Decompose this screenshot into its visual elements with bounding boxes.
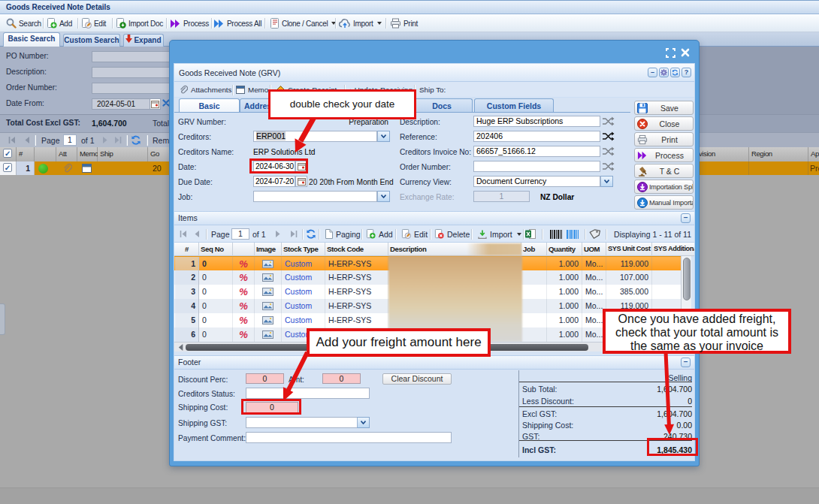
grid-header-checkbox[interactable]: ✓ xyxy=(0,147,17,161)
creditors-invoice-input[interactable]: 66657_51666.12 xyxy=(473,146,600,157)
last-page-icon[interactable] xyxy=(114,137,122,143)
cell-stock-type[interactable]: Custom xyxy=(282,313,325,327)
select-all-checkbox[interactable]: ✓ xyxy=(3,149,12,158)
attachments-button[interactable]: Attachments xyxy=(179,82,231,98)
payment-comment-input[interactable] xyxy=(246,432,452,443)
items-collapse-button[interactable]: – xyxy=(681,213,691,223)
tab-docs[interactable]: Docs xyxy=(411,98,473,113)
creditors-input[interactable]: ERP001 xyxy=(253,131,377,142)
order-number-input[interactable] xyxy=(473,161,600,172)
items-delete-button[interactable]: Delete xyxy=(434,225,470,243)
tc-button[interactable]: T & C xyxy=(634,164,694,178)
refresh-icon[interactable] xyxy=(306,229,316,239)
job-dropdown-button[interactable] xyxy=(377,191,390,202)
next-page-icon[interactable] xyxy=(102,137,108,143)
row-checkbox[interactable]: ✓ xyxy=(3,163,12,172)
discount-amt-input[interactable]: 0 xyxy=(322,373,361,384)
cell-stock-type[interactable]: Custom xyxy=(282,257,325,271)
grid-header-approval[interactable]: Ap xyxy=(808,147,819,161)
tag-icon[interactable] xyxy=(589,229,600,239)
search-button[interactable]: Search xyxy=(6,16,41,31)
order-number-shuffle-icon[interactable] xyxy=(602,161,615,172)
tab-custom-fields[interactable]: Custom Fields xyxy=(474,98,554,113)
tab-custom-search[interactable]: Custom Search xyxy=(63,34,120,47)
dialog-settings-button[interactable] xyxy=(659,68,669,77)
tab-basic[interactable]: Basic xyxy=(179,98,240,113)
page-input[interactable]: 1 xyxy=(63,134,77,146)
dialog-maximize-button[interactable] xyxy=(666,48,675,59)
edit-button[interactable]: Edit xyxy=(81,16,106,31)
import-button[interactable]: Import xyxy=(339,16,382,31)
dialog-minimize-button[interactable]: – xyxy=(648,68,657,77)
tab-basic-search[interactable]: Basic Search xyxy=(3,32,60,47)
cell-stock-type[interactable]: Custom xyxy=(282,270,325,285)
creditors-invoice-shuffle-icon[interactable] xyxy=(602,146,615,157)
items-edit-button[interactable]: Edit xyxy=(401,225,428,243)
refresh-icon[interactable] xyxy=(131,135,141,145)
save-button[interactable]: Save xyxy=(634,101,694,115)
description-input[interactable] xyxy=(92,67,171,78)
shipping-gst-dropdown-button[interactable] xyxy=(357,417,370,428)
creditors-dropdown-button[interactable] xyxy=(377,131,390,142)
grid-header-att[interactable]: Att xyxy=(56,147,77,161)
side-panel-collapse-handle[interactable] xyxy=(0,303,5,335)
grid-header-blank[interactable] xyxy=(35,147,56,161)
grid-header-ship[interactable]: Ship xyxy=(98,147,148,161)
barcode-dark-icon[interactable] xyxy=(550,230,562,239)
currency-view-dropdown-button[interactable] xyxy=(600,176,613,187)
col-header-uom[interactable]: UOM xyxy=(582,243,606,256)
order-number-input[interactable] xyxy=(92,83,171,94)
due-date-input[interactable]: 2024-07-20 xyxy=(253,176,295,187)
col-header-stock-code[interactable]: Stock Code xyxy=(325,243,388,256)
tab-expand[interactable]: Expand xyxy=(123,34,164,47)
creditors-status-input[interactable] xyxy=(246,388,370,399)
grid-header-go[interactable]: Go xyxy=(148,147,171,161)
grid-header-memo[interactable]: Memo xyxy=(77,147,98,161)
grid-header-region[interactable]: Region xyxy=(749,147,808,161)
print-button-dialog[interactable]: Print xyxy=(634,132,694,146)
next-page-icon[interactable] xyxy=(275,231,281,237)
po-number-input[interactable] xyxy=(92,51,171,62)
col-header-stock-type[interactable]: Stock Type xyxy=(282,243,325,256)
description-shuffle-icon[interactable] xyxy=(602,116,615,127)
date-from-calendar-button[interactable] xyxy=(150,98,161,110)
col-header-pct[interactable] xyxy=(233,243,255,256)
close-button[interactable]: Close xyxy=(634,116,694,131)
prev-page-icon[interactable] xyxy=(194,231,200,237)
col-header-sys-additional[interactable]: SYS Additiona xyxy=(652,243,694,256)
importation-split-button[interactable]: Importation Spl xyxy=(634,180,694,194)
col-header-seq[interactable]: Seq No xyxy=(199,243,233,256)
col-header-image[interactable]: Image xyxy=(255,243,282,256)
footer-collapse-button[interactable]: – xyxy=(681,358,691,367)
scroll-left-icon[interactable] xyxy=(176,343,185,352)
currency-view-input[interactable]: Document Currency xyxy=(473,176,600,187)
paging-button[interactable]: Paging xyxy=(325,225,361,243)
last-page-icon[interactable] xyxy=(290,231,298,237)
grid-header-num[interactable]: # xyxy=(17,147,35,161)
process-all-button[interactable]: Process All xyxy=(213,16,261,31)
prev-page-icon[interactable] xyxy=(24,137,30,143)
cell-stock-type[interactable]: Custom xyxy=(282,299,325,313)
process-button-dialog[interactable]: Process xyxy=(634,148,694,162)
col-header-job[interactable]: Job xyxy=(521,243,547,256)
excel-export-icon[interactable] xyxy=(525,229,536,239)
dialog-refresh-button[interactable] xyxy=(670,68,680,77)
process-button[interactable]: Process xyxy=(170,16,209,31)
dialog-close-button[interactable] xyxy=(681,48,690,59)
reference-input[interactable]: 202406 xyxy=(473,131,600,142)
shipping-gst-input[interactable] xyxy=(246,417,370,428)
vertical-scroll-thumb[interactable] xyxy=(683,258,691,300)
items-page-input[interactable]: 1 xyxy=(231,228,249,240)
discount-perc-input[interactable]: 0 xyxy=(246,373,284,384)
memo-button[interactable]: Memo xyxy=(236,82,268,98)
items-add-button[interactable]: Add xyxy=(366,225,393,243)
import-doc-button[interactable]: Import Doc xyxy=(116,16,163,31)
cell-stock-type[interactable]: Custom xyxy=(282,285,325,299)
first-page-icon[interactable] xyxy=(179,231,187,237)
due-date-calendar-button[interactable] xyxy=(295,176,307,187)
first-page-icon[interactable] xyxy=(8,137,16,143)
clone-cancel-button[interactable]: Clone / Cancel xyxy=(270,16,336,31)
add-button[interactable]: Add xyxy=(47,16,72,31)
col-header-quantity[interactable]: Quantity xyxy=(547,243,582,256)
barcode-blue-icon[interactable] xyxy=(567,230,579,239)
